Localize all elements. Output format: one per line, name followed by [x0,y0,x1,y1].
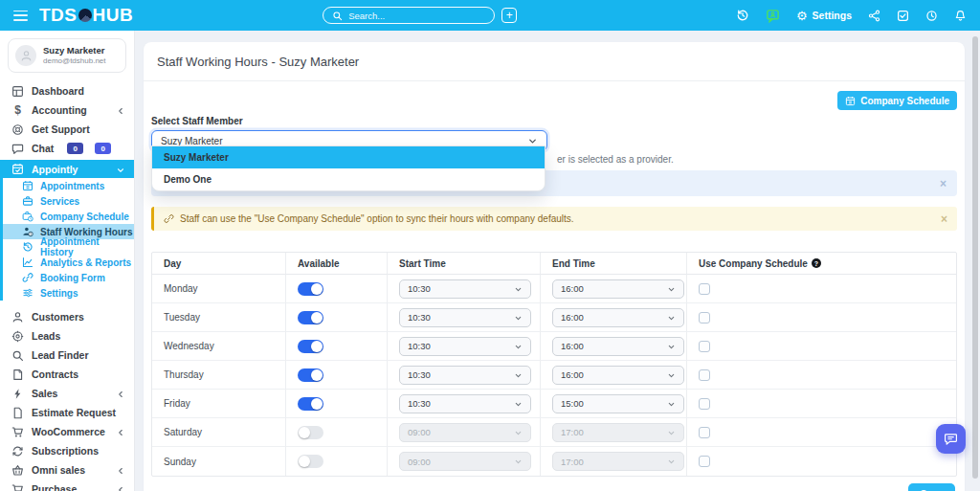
sidebar-item-get-support[interactable]: Get Support [0,120,134,139]
column-header-start-time: Start Time [388,253,541,275]
sidebar-item-customers[interactable]: Customers [0,307,134,326]
use-company-schedule-checkbox[interactable] [699,369,710,381]
use-company-schedule-checkbox[interactable] [699,341,710,352]
document-icon [11,368,24,381]
available-toggle[interactable] [298,368,323,382]
file-icon [11,407,24,419]
use-company-schedule-checkbox[interactable] [699,312,710,324]
clock-icon[interactable] [925,10,938,22]
use-company-schedule-checkbox[interactable] [699,456,710,467]
user-card[interactable]: Suzy Marketer demo@tdshub.net [8,38,126,73]
end-time-select[interactable]: 16:00 [552,308,684,327]
sidebar-item-sales[interactable]: Sales [0,384,134,403]
search-icon [11,349,24,362]
app-logo[interactable]: TDS HUB [39,5,133,26]
sidebar-item-label: Subscriptions [32,445,99,457]
dollar-icon: $ [11,103,24,117]
end-time-select[interactable]: 16:00 [552,366,684,385]
share-icon[interactable] [868,10,880,22]
available-toggle[interactable] [298,397,323,411]
end-time-select[interactable]: 17:00 [552,423,684,442]
table-row: Thursday 10:30 16:00 [152,361,956,390]
sidebar-item-label: Chat [32,143,54,154]
notifications-bell-icon[interactable] [954,10,967,22]
quick-add-button[interactable]: + [501,8,517,23]
chevron-down-icon [514,314,523,323]
start-time-select[interactable]: 09:00 [399,452,531,471]
start-time-select[interactable]: 09:00 [399,423,531,442]
menu-icon[interactable] [13,11,28,21]
close-icon[interactable]: × [940,178,947,190]
day-label: Wednesday [152,332,286,361]
dropdown-option-demo-one[interactable]: Demo One [152,168,545,190]
use-company-schedule-checkbox[interactable] [699,398,710,410]
start-time-select[interactable]: 10:30 [399,279,531,299]
start-time-select[interactable]: 10:30 [399,394,531,413]
available-toggle[interactable] [298,282,323,296]
sidebar-item-label: Omni sales [32,464,85,476]
table-row: Monday 10:30 16:00 [152,275,956,303]
chevron-down-icon [667,314,676,323]
sidebar-item-estimate-request[interactable]: Estimate Request [0,403,134,422]
chat-icon [11,143,24,155]
day-label: Monday [152,275,286,303]
dropdown-option-suzy-marketer[interactable]: Suzy Marketer [152,146,545,168]
available-toggle[interactable] [298,426,323,439]
help-icon[interactable]: ? [812,258,821,268]
end-time-select[interactable]: 17:00 [552,452,684,471]
contact-support-icon[interactable] [766,9,780,23]
table-row: Sunday 09:00 17:00 [152,447,956,476]
sidebar-item-label: Appointments [40,181,104,191]
sidebar-group-appointly[interactable]: Appointly [0,160,134,178]
available-toggle[interactable] [298,455,323,468]
sidebar-item-omni-sales[interactable]: Omni sales [0,460,134,480]
history-icon[interactable] [736,9,749,22]
sidebar-item-woocommerce[interactable]: WooCommerce [0,422,134,441]
sidebar-item-contracts[interactable]: Contracts [0,365,134,384]
sidebar-item-services[interactable]: Services [3,193,134,209]
sidebar-item-appointments[interactable]: Appointments [3,178,134,193]
sidebar-item-accounting[interactable]: $ Accounting [0,100,134,120]
start-time-select[interactable]: 10:30 [399,337,531,356]
sidebar-item-company-schedule[interactable]: Company Schedule [3,209,134,224]
target-icon [11,330,24,343]
chat-fab-button[interactable] [936,424,966,454]
provider-note-text: er is selected as a provider. [557,154,674,165]
sidebar-item-label: Accounting [32,104,87,116]
sidebar-item-booking-form[interactable]: Booking Form [3,270,134,285]
sidebar-group-label: Appointly [32,164,78,175]
avatar [15,45,36,66]
end-time-select[interactable]: 15:00 [552,394,684,413]
available-toggle[interactable] [298,311,323,324]
chevron-left-icon [116,388,125,399]
start-time-select[interactable]: 10:30 [399,366,531,385]
sidebar-item-chat[interactable]: Chat 0 0 [0,139,134,158]
start-time-select[interactable]: 10:30 [399,308,531,327]
sidebar-item-subscriptions[interactable]: Subscriptions [0,441,134,460]
sidebar-item-purchase[interactable]: Purchase [0,480,134,491]
history-icon [22,241,33,253]
sidebar-item-appointly-settings[interactable]: Settings [3,285,134,301]
settings-menu[interactable]: ⚙ Settings [796,10,852,22]
end-time-select[interactable]: 16:00 [552,337,684,356]
day-label: Tuesday [152,303,286,332]
sidebar: Suzy Marketer demo@tdshub.net Dashboard … [0,31,135,491]
lifebuoy-icon [11,123,24,136]
use-company-schedule-checkbox[interactable] [699,427,710,438]
end-time-select[interactable]: 16:00 [552,279,684,299]
sidebar-item-appointment-history[interactable]: Appointment History [3,239,134,255]
sidebar-item-leads[interactable]: Leads [0,326,134,346]
sidebar-item-lead-finder[interactable]: Lead Finder [0,346,134,365]
save-button[interactable]: Save [908,483,955,491]
sidebar-item-dashboard[interactable]: Dashboard [0,81,134,100]
sidebar-item-analytics-reports[interactable]: Analytics & Reports [3,255,134,270]
scrollbar-thumb[interactable] [972,36,978,479]
tasks-icon[interactable] [897,10,909,22]
close-icon[interactable]: × [941,213,947,225]
search-input[interactable] [348,11,473,21]
search-bar[interactable] [323,7,495,24]
chevron-down-icon [514,371,523,380]
available-toggle[interactable] [298,340,323,353]
use-company-schedule-checkbox[interactable] [699,283,710,295]
company-schedule-button[interactable]: Company Schedule [837,91,957,110]
